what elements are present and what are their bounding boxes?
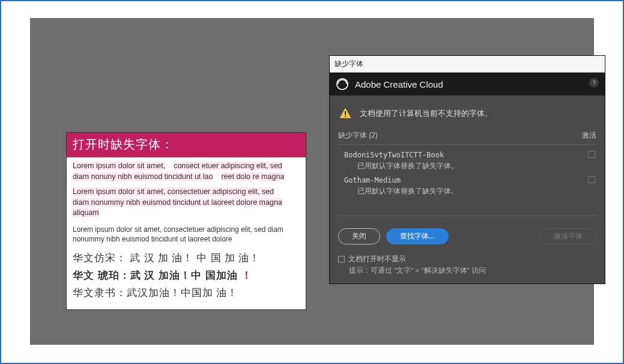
font-list[interactable]: BodoniSvtyTwoITCTT-Book 已用默认字体替换了缺失字体。 G…: [338, 144, 596, 216]
document-body: Lorem ipsum dolor sit amet, consect etue…: [67, 157, 306, 309]
font-list-item[interactable]: Gotham-Medium 已用默认字体替换了缺失字体。: [338, 174, 596, 199]
dont-show-row[interactable]: 文档打开时不显示: [338, 254, 596, 264]
creative-cloud-title: Adobe Creative Cloud: [355, 79, 443, 89]
warning-text: 文档使用了计算机当前不支持的字体。: [360, 108, 492, 119]
find-fonts-button[interactable]: 查找字体...: [386, 228, 449, 244]
activate-checkbox[interactable]: [588, 151, 595, 158]
cjk-line-2: 华文 琥珀：武 汉 加油！中 国加油 ！: [73, 268, 300, 282]
dialog-footer: 文档打开时不显示 提示：可通过 "文字" > "解决缺失字体" 访问: [330, 250, 605, 284]
list-header-left: 缺少字体 (2): [338, 130, 378, 141]
paragraph-3: Lorem ipsum dolor sit amet, consectetuer…: [73, 225, 300, 244]
svg-rect-1: [345, 111, 346, 115]
svg-rect-2: [345, 116, 346, 117]
dialog-buttons: 关闭 查找字体... 激活字体: [330, 216, 605, 250]
help-icon[interactable]: ?: [589, 78, 599, 88]
warning-icon: [338, 106, 353, 121]
font-substitution-note: 已用默认字体替换了缺失字体。: [344, 161, 594, 171]
creative-cloud-icon: [336, 77, 349, 91]
creative-cloud-bar: Adobe Creative Cloud ?: [330, 73, 605, 96]
font-substitution-note: 已用默认字体替换了缺失字体。: [344, 186, 594, 196]
missing-fonts-dialog: 缺少字体 Adobe Creative Cloud ? 文档使用了计算机当前不支…: [329, 55, 605, 284]
dont-show-checkbox[interactable]: [338, 256, 345, 262]
document-preview: 打开时缺失字体： Lorem ipsum dolor sit amet, con…: [66, 132, 306, 310]
app-canvas: 打开时缺失字体： Lorem ipsum dolor sit amet, con…: [30, 18, 594, 345]
activate-checkbox[interactable]: [588, 176, 595, 183]
font-list-item[interactable]: BodoniSvtyTwoITCTT-Book 已用默认字体替换了缺失字体。: [338, 148, 596, 174]
font-name: BodoniSvtyTwoITCTT-Book: [344, 151, 594, 159]
document-header: 打开时缺失字体：: [67, 133, 306, 157]
cjk-line-1: 华文仿宋： 武 汉 加 油！ 中 国 加 油！: [73, 251, 300, 265]
font-name: Gotham-Medium: [344, 176, 594, 184]
paragraph-1: Lorem ipsum dolor sit amet, consect etue…: [73, 161, 300, 182]
hint-text: 提示：可通过 "文字" > "解决缺失字体" 访问: [338, 266, 596, 275]
cjk-line-3: 华文隶书：武汉加油！中国加 油！: [73, 286, 300, 300]
font-list-header: 缺少字体 (2) 激活: [330, 130, 605, 144]
paragraph-2: Lorem ipsum dolor sit amet, consectetuer…: [73, 187, 300, 219]
close-button[interactable]: 关闭: [338, 228, 380, 244]
dialog-titlebar[interactable]: 缺少字体: [330, 56, 605, 73]
list-header-right: 激活: [582, 130, 596, 141]
dont-show-label: 文档打开时不显示: [348, 254, 406, 264]
warning-row: 文档使用了计算机当前不支持的字体。: [330, 96, 605, 130]
activate-fonts-button: 激活字体: [540, 228, 596, 244]
